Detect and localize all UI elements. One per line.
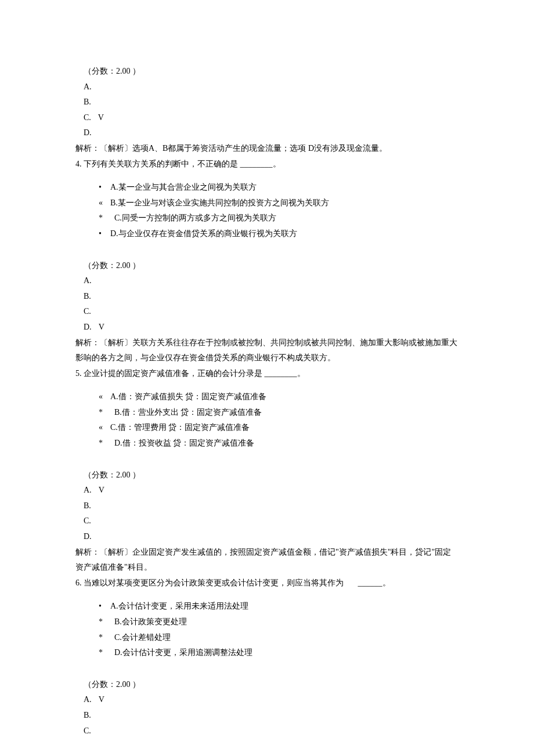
q4-blank: ________。	[240, 160, 281, 168]
bullet-star-icon: *	[99, 614, 110, 630]
q5-a-mark-icon: V	[92, 486, 105, 494]
q4-option-d: •D.与企业仅存在资金借贷关系的商业银行视为关联方	[99, 226, 459, 242]
q4-choice-c: C.	[75, 304, 459, 320]
q5-c-label: C.	[84, 516, 91, 525]
q6-a-mark-icon: V	[92, 695, 105, 704]
q6-option-a: •A.会计估计变更，采用未来适用法处理	[99, 599, 459, 614]
bullet-dot-icon: •	[99, 180, 110, 196]
q4-choice-d: D.V	[75, 320, 459, 335]
q5-number: 5.	[75, 369, 82, 378]
q5-option-d-text: D.借：投资收益 贷：固定资产减值准备	[114, 439, 254, 447]
q6-options: •A.会计估计变更，采用未来适用法处理 * B.会计政策变更处理 * C.会计差…	[75, 599, 459, 660]
q4-option-c: * C.同受一方控制的两方或多方之间视为关联方	[99, 211, 459, 226]
q3-choice-c: C.V	[75, 110, 459, 126]
q6-option-b: * B.会计政策变更处理	[99, 614, 459, 630]
q5-options: «A.借：资产减值损失 贷：固定资产减值准备 * B.借：营业外支出 贷：固定资…	[75, 389, 459, 451]
q5-a-label: A.	[84, 486, 92, 494]
q6-option-d-text: D.会计估计变更，采用追溯调整法处理	[114, 648, 252, 657]
q6-option-a-text: A.会计估计变更，采用未来适用法处理	[110, 602, 248, 610]
bullet-quote-icon: «	[99, 420, 110, 436]
bullet-star-icon: *	[99, 645, 110, 661]
q3-c-label: C.	[84, 113, 91, 122]
q5-option-b-text: B.借：营业外支出 贷：固定资产减值准备	[114, 408, 262, 417]
bullet-star-icon: *	[99, 405, 110, 421]
q4-stem: 4. 下列有关关联方关系的判断中，不正确的是 ________。	[75, 157, 459, 172]
q4-analysis: 解析：〔解析〕关联方关系往往存在于控制或被控制、共同控制或被共同控制、施加重大影…	[75, 335, 459, 366]
q5-blank: ________。	[265, 369, 305, 378]
q4-score: （分数：2.00 ）	[75, 258, 459, 274]
q4-option-a: •A.某一企业与其合营企业之间视为关联方	[99, 180, 459, 196]
q4-option-a-text: A.某一企业与其合营企业之间视为关联方	[110, 183, 257, 191]
q5-choice-c: C.	[75, 513, 459, 529]
q4-option-b-text: B.某一企业与对该企业实施共同控制的投资方之间视为关联方	[110, 198, 329, 207]
q5-stem: 5. 企业计提的固定资产减值准备，正确的会计分录是 ________。	[75, 366, 459, 382]
q3-b-label: B.	[84, 97, 91, 106]
q4-option-b: «B.某一企业与对该企业实施共同控制的投资方之间视为关联方	[99, 196, 459, 211]
q3-choice-b: B.	[75, 95, 459, 110]
q3-analysis: 解析：〔解析〕选项A、B都属于筹资活动产生的现金流量；选项 D没有涉及现金流量。	[75, 141, 459, 157]
q5-option-d: * D.借：投资收益 贷：固定资产减值准备	[99, 436, 459, 451]
q5-analysis: 解析：〔解析〕企业固定资产发生减值的，按照固定资产减值金额，借记"资产减值损失"…	[75, 545, 459, 576]
q5-score: （分数：2.00 ）	[75, 468, 459, 483]
q6-number: 6.	[75, 578, 82, 587]
q4-d-mark-icon: V	[92, 323, 105, 331]
q5-option-c-text: C.借：管理费用 贷：固定资产减值准备	[110, 423, 250, 432]
q6-c-label: C.	[84, 726, 91, 735]
q4-c-label: C.	[84, 307, 91, 316]
q4-number: 4.	[75, 160, 82, 168]
q4-b-label: B.	[84, 292, 91, 301]
q5-text: 企业计提的固定资产减值准备，正确的会计分录是	[84, 369, 262, 378]
q5-option-a: «A.借：资产减值损失 贷：固定资产减值准备	[99, 389, 459, 405]
q3-c-mark-icon: V	[91, 113, 104, 122]
q5-option-a-text: A.借：资产减值损失 贷：固定资产减值准备	[110, 392, 266, 401]
q4-choice-a: A.	[75, 273, 459, 289]
bullet-dot-icon: •	[99, 599, 110, 614]
q6-a-label: A.	[84, 695, 92, 704]
q4-options: •A.某一企业与其合营企业之间视为关联方 «B.某一企业与对该企业实施共同控制的…	[75, 180, 459, 241]
bullet-dot-icon: •	[99, 226, 110, 242]
q6-option-d: * D.会计估计变更，采用追溯调整法处理	[99, 645, 459, 661]
bullet-star-icon: *	[99, 436, 110, 451]
q3-choice-a: A.	[75, 79, 459, 95]
q6-b-label: B.	[84, 711, 91, 719]
q5-choice-a: A.V	[75, 483, 459, 498]
q3-choice-d: D.	[75, 125, 459, 141]
q4-option-c-text: C.同受一方控制的两方或多方之间视为关联方	[114, 214, 276, 222]
q5-option-b: * B.借：营业外支出 贷：固定资产减值准备	[99, 405, 459, 421]
q3-d-label: D.	[84, 128, 92, 137]
q4-a-label: A.	[84, 276, 92, 285]
q4-text: 下列有关关联方关系的判断中，不正确的是	[84, 160, 238, 168]
bullet-star-icon: *	[99, 211, 110, 226]
q5-option-c: «C.借：管理费用 贷：固定资产减值准备	[99, 420, 459, 436]
q6-choice-a: A.V	[75, 692, 459, 708]
bullet-quote-icon: «	[99, 389, 110, 405]
q3-score: （分数：2.00 ）	[75, 64, 459, 79]
q4-option-d-text: D.与企业仅存在资金借贷关系的商业银行视为关联方	[110, 229, 297, 238]
q6-option-c: * C.会计差错处理	[99, 630, 459, 646]
q4-d-label: D.	[84, 323, 92, 331]
q6-blank: ______。	[358, 578, 391, 587]
q3-a-label: A.	[84, 82, 92, 91]
q6-option-b-text: B.会计政策变更处理	[114, 617, 187, 626]
q5-choice-b: B.	[75, 498, 459, 514]
q5-choice-d: D.	[75, 529, 459, 545]
q5-d-label: D.	[84, 532, 92, 541]
q6-stem: 6. 当难以对某项变更区分为会计政策变更或会计估计变更，则应当将其作为 ____…	[75, 576, 459, 591]
q6-option-c-text: C.会计差错处理	[114, 633, 171, 642]
q6-text: 当难以对某项变更区分为会计政策变更或会计估计变更，则应当将其作为	[84, 578, 344, 587]
q6-choice-c: C.	[75, 724, 459, 739]
q5-b-label: B.	[84, 501, 91, 510]
q6-score: （分数：2.00 ）	[75, 677, 459, 693]
q6-choice-b: B.	[75, 708, 459, 724]
q4-choice-b: B.	[75, 289, 459, 305]
bullet-quote-icon: «	[99, 196, 110, 211]
bullet-star-icon: *	[99, 630, 110, 646]
